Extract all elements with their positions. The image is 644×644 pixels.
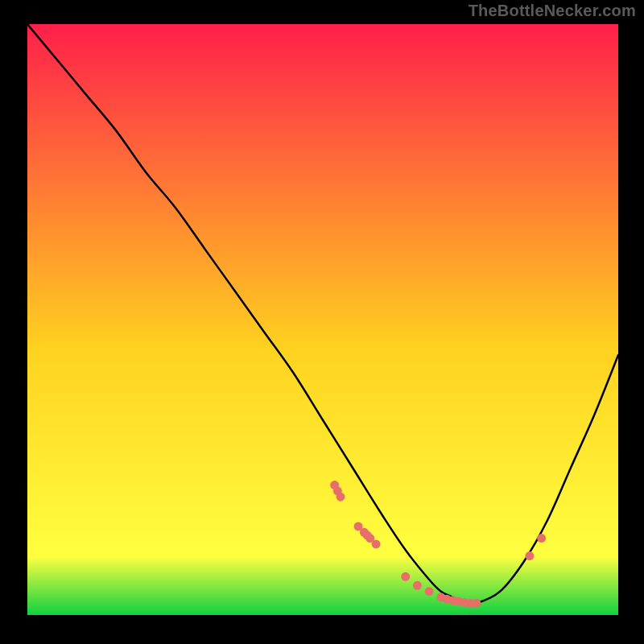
data-marker <box>537 534 546 543</box>
watermark-text: TheBottleNecker.com <box>469 2 636 20</box>
data-marker <box>336 493 345 502</box>
data-marker <box>413 581 422 590</box>
data-marker <box>425 587 434 596</box>
plot-area <box>27 24 618 615</box>
data-marker <box>472 599 481 608</box>
data-marker <box>525 551 534 560</box>
gradient-background <box>27 24 618 615</box>
bottleneck-chart <box>27 24 618 615</box>
data-marker <box>372 539 381 548</box>
chart-frame: TheBottleNecker.com <box>0 0 644 644</box>
data-marker <box>401 572 410 581</box>
